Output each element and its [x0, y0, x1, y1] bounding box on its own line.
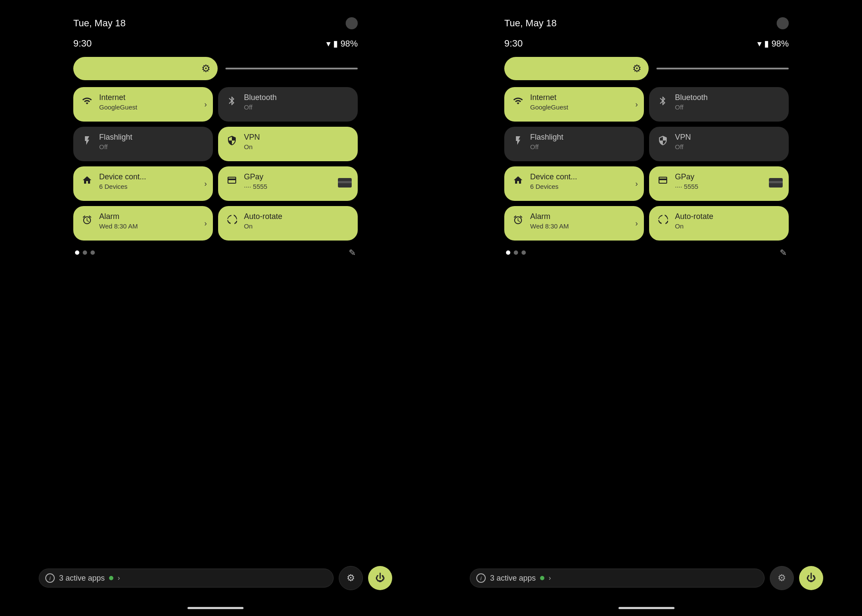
- alarm-icon-left: [80, 213, 94, 227]
- pill-chevron-left: ›: [118, 574, 120, 582]
- camera-pill-left: [346, 17, 358, 29]
- date-left: Tue, May 18: [73, 18, 125, 29]
- vpn-title-left: VPN: [244, 133, 260, 142]
- tile-alarm-right[interactable]: Alarm Wed 8:30 AM ›: [504, 206, 644, 241]
- tile-device-right[interactable]: Device cont... 6 Devices ›: [504, 166, 644, 201]
- internet-chevron-left: ›: [204, 100, 207, 109]
- settings-button-right[interactable]: ⚙: [770, 566, 794, 590]
- home-indicator-right: [618, 607, 675, 609]
- edit-icon-right[interactable]: ✎: [780, 247, 787, 258]
- gpay-subtitle-left: ···· 5555: [244, 183, 267, 190]
- bluetooth-text-left: Bluetooth Off: [244, 93, 277, 111]
- tile-vpn-left[interactable]: VPN On: [218, 127, 358, 161]
- alarm-icon-right: [511, 213, 525, 227]
- bluetooth-title-left: Bluetooth: [244, 93, 277, 103]
- internet-chevron-right: ›: [635, 100, 638, 109]
- pagination-left: ✎: [73, 247, 358, 258]
- active-apps-label-right: 3 active apps: [490, 574, 536, 583]
- brightness-slider-left[interactable]: [225, 68, 358, 69]
- autorotate-text-left: Auto-rotate On: [244, 212, 282, 230]
- gpay-title-right: GPay: [675, 172, 698, 182]
- green-dot-left: [109, 576, 113, 580]
- tile-autorotate-left[interactable]: Auto-rotate On: [218, 206, 358, 241]
- device-chevron-right: ›: [635, 179, 638, 188]
- flashlight-text-left: Flashlight Off: [99, 133, 132, 150]
- phone-screen-right: Tue, May 18 9:30 ▾ ▮ 98% ⚙: [431, 0, 862, 616]
- bluetooth-icon-left: [225, 94, 239, 108]
- internet-title-right: Internet: [530, 93, 568, 103]
- tile-flashlight-left[interactable]: Flashlight Off: [73, 127, 213, 161]
- autorotate-icon-right: [656, 213, 670, 227]
- dot-2-right: [514, 250, 518, 255]
- camera-pill-right: [777, 17, 789, 29]
- vpn-text-left: VPN On: [244, 133, 260, 150]
- brightness-slider-right[interactable]: [656, 68, 789, 69]
- bluetooth-subtitle-left: Off: [244, 103, 277, 111]
- brightness-track-right[interactable]: ⚙: [504, 57, 649, 80]
- status-icons-left: ▾ ▮ 98%: [326, 38, 358, 49]
- green-dot-right: [540, 576, 544, 580]
- pill-chevron-right: ›: [549, 574, 551, 582]
- flashlight-title-left: Flashlight: [99, 133, 132, 142]
- autorotate-title-right: Auto-rotate: [675, 212, 713, 222]
- vpn-title-right: VPN: [675, 133, 691, 142]
- brightness-track-left[interactable]: ⚙: [73, 57, 218, 80]
- tile-bluetooth-right[interactable]: Bluetooth Off: [649, 87, 789, 122]
- brightness-icon-left: ⚙: [201, 63, 211, 75]
- tile-flashlight-right[interactable]: Flashlight Off: [504, 127, 644, 161]
- internet-text-left: Internet GoogleGuest: [99, 93, 137, 111]
- active-apps-pill-right[interactable]: i 3 active apps ›: [470, 569, 765, 588]
- brightness-row-left: ⚙: [73, 57, 358, 80]
- edit-icon-left[interactable]: ✎: [349, 247, 356, 258]
- power-button-left[interactable]: ⏻: [368, 566, 392, 590]
- device-subtitle-right: 6 Devices: [530, 183, 577, 190]
- autorotate-title-left: Auto-rotate: [244, 212, 282, 222]
- wifi-icon-right: ▾: [757, 38, 762, 49]
- alarm-chevron-right: ›: [635, 219, 638, 228]
- gpay-card-icon-right: [769, 178, 783, 189]
- device-icon-left: [80, 173, 94, 187]
- settings-button-left[interactable]: ⚙: [339, 566, 363, 590]
- bluetooth-icon-right: [656, 94, 670, 108]
- alarm-title-right: Alarm: [530, 212, 569, 222]
- tile-alarm-left[interactable]: Alarm Wed 8:30 AM ›: [73, 206, 213, 241]
- alarm-subtitle-right: Wed 8:30 AM: [530, 222, 569, 230]
- vpn-subtitle-left: On: [244, 143, 260, 150]
- time-left: 9:30: [73, 38, 92, 49]
- tile-autorotate-right[interactable]: Auto-rotate On: [649, 206, 789, 241]
- power-button-right[interactable]: ⏻: [799, 566, 823, 590]
- gpay-title-left: GPay: [244, 172, 267, 182]
- active-apps-label-left: 3 active apps: [59, 574, 105, 583]
- dot-2-left: [83, 250, 87, 255]
- tile-device-left[interactable]: Device cont... 6 Devices ›: [73, 166, 213, 201]
- flashlight-subtitle-left: Off: [99, 143, 132, 150]
- info-icon-right: i: [476, 573, 486, 583]
- dot-3-left: [91, 250, 95, 255]
- tile-gpay-left[interactable]: GPay ···· 5555: [218, 166, 358, 201]
- dots-right: [506, 250, 526, 255]
- autorotate-subtitle-left: On: [244, 222, 282, 230]
- tiles-grid-right: Internet GoogleGuest › Bluetooth Off: [504, 87, 789, 241]
- internet-subtitle-left: GoogleGuest: [99, 103, 137, 111]
- phone-screen-left: Tue, May 18 9:30 ▾ ▮ 98% ⚙: [0, 0, 431, 616]
- tile-bluetooth-left[interactable]: Bluetooth Off: [218, 87, 358, 122]
- device-title-left: Device cont...: [99, 172, 146, 182]
- internet-title-left: Internet: [99, 93, 137, 103]
- info-icon-left: i: [45, 573, 55, 583]
- device-title-right: Device cont...: [530, 172, 577, 182]
- time-right: 9:30: [504, 38, 523, 49]
- autorotate-icon-left: [225, 213, 239, 227]
- tile-internet-left[interactable]: Internet GoogleGuest ›: [73, 87, 213, 122]
- dot-1-right: [506, 250, 510, 255]
- tile-vpn-right[interactable]: VPN Off: [649, 127, 789, 161]
- tile-internet-right[interactable]: Internet GoogleGuest ›: [504, 87, 644, 122]
- active-apps-pill-left[interactable]: i 3 active apps ›: [39, 569, 334, 588]
- flashlight-icon-left: [80, 134, 94, 147]
- gpay-icon-left: [225, 173, 239, 187]
- tile-gpay-right[interactable]: GPay ···· 5555: [649, 166, 789, 201]
- flashlight-title-right: Flashlight: [530, 133, 563, 142]
- svg-rect-3: [769, 181, 783, 183]
- alarm-text-left: Alarm Wed 8:30 AM: [99, 212, 138, 230]
- bottom-bar-right: i 3 active apps › ⚙ ⏻: [431, 566, 862, 590]
- dots-left: [75, 250, 95, 255]
